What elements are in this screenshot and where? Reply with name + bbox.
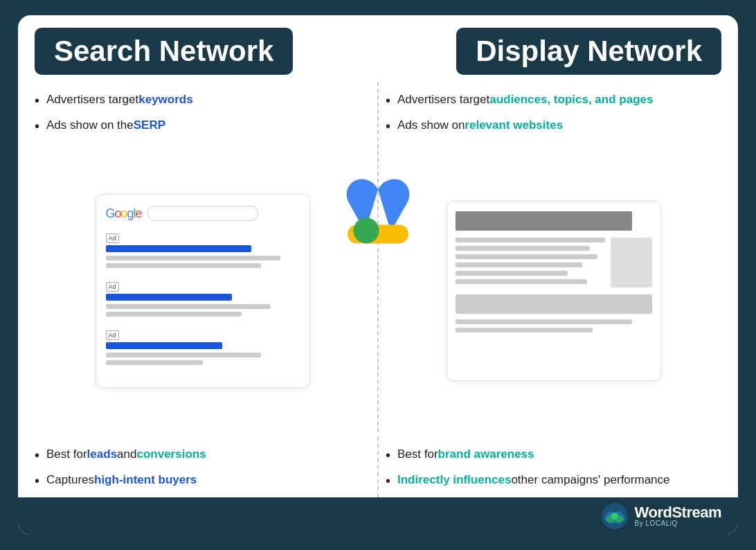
main-card: Search Network Display Network Advertise… (18, 15, 738, 535)
ad-result-3: Ad (106, 328, 300, 365)
wordstream-logo: WordStream By LOCALiQ (602, 503, 721, 529)
display-top-bullets: Advertisers target audiences, topics, an… (386, 91, 721, 143)
search-mockup-area: Google Ad Ad (35, 150, 370, 432)
indirectly-highlight: Indirectly influences (397, 472, 511, 488)
ad-line-1b (106, 263, 261, 268)
google-ads-logo-wrap (340, 173, 416, 252)
ad-line-1a (106, 256, 280, 260)
google-search-mockup: Google Ad Ad (96, 194, 310, 388)
keyword-highlight: keywords (138, 91, 192, 108)
display-column: Advertisers target audiences, topics, an… (377, 82, 721, 432)
content-area: Advertisers target keywords Ads show on … (18, 75, 738, 432)
ad-label-3: Ad (106, 330, 119, 340)
ad-result-1: Ad (106, 231, 300, 268)
conversions-highlight: conversions (136, 446, 206, 463)
disp-line-5 (456, 271, 568, 276)
disp-line-4 (456, 263, 583, 267)
wordstream-text-group: WordStream By LOCALiQ (635, 505, 721, 527)
google-bar: Google (106, 206, 300, 221)
display-network-title: Display Network (476, 35, 702, 67)
search-network-title: Search Network (54, 35, 273, 67)
bottom-area: Best for leads and conversions Captures … (18, 432, 738, 497)
display-bottom-bullet-1: Best for brand awareness (386, 446, 721, 465)
search-bullet-2: Ads show on the SERP (35, 117, 370, 136)
websites-highlight: relevant websites (465, 117, 563, 134)
footer: WordStream By LOCALiQ (18, 497, 738, 535)
search-column: Advertisers target keywords Ads show on … (35, 82, 377, 432)
display-ad-mockup (447, 201, 661, 381)
svg-point-3 (611, 513, 618, 520)
ad-line-3b (106, 360, 203, 365)
disp-line-2 (456, 246, 590, 251)
ad-label-2: Ad (106, 282, 119, 292)
display-network-header: Display Network (456, 28, 721, 75)
search-top-bullets: Advertisers target keywords Ads show on … (35, 91, 370, 143)
display-body (456, 238, 652, 287)
ad-line-2b (106, 312, 242, 317)
disp-bottom-line-2 (456, 328, 593, 332)
display-banner-ad (456, 294, 652, 314)
display-bottom-bullet-2: Indirectly influences other campaigns' p… (386, 472, 721, 490)
ad-line-3a (106, 353, 261, 357)
search-bottom-bullets: Best for leads and conversions Captures … (35, 446, 370, 490)
wordstream-sub: By LOCALiQ (635, 520, 721, 527)
search-bottom: Best for leads and conversions Captures … (35, 436, 377, 497)
search-bottom-bullet-2: Captures high-intent buyers (35, 472, 370, 490)
ad-label-1: Ad (106, 233, 119, 243)
display-bullet-2: Ads show on relevant websites (386, 117, 721, 136)
google-search-bar (147, 206, 258, 221)
ad-line-2a (106, 304, 271, 309)
display-image-placeholder (611, 238, 652, 287)
brand-awareness-highlight: brand awareness (438, 446, 534, 463)
display-text-lines (456, 238, 605, 287)
disp-bottom-line-1 (456, 319, 633, 324)
ad-result-2: Ad (106, 279, 300, 317)
display-bullet-1: Advertisers target audiences, topics, an… (386, 91, 721, 110)
disp-line-3 (456, 254, 597, 259)
ad-title-bar-2 (106, 294, 232, 301)
audiences-highlight: audiences, topics, and pages (489, 91, 653, 108)
ad-title-bar-1 (106, 245, 251, 252)
wordstream-brand: WordStream (635, 505, 721, 520)
display-top-lines (456, 211, 652, 231)
svg-point-1 (353, 218, 379, 243)
search-bullet-1: Advertisers target keywords (35, 91, 370, 110)
high-intent-highlight: high-intent buyers (94, 472, 197, 488)
leads-highlight: leads (87, 446, 117, 463)
wordstream-icon (602, 503, 628, 529)
display-header-bar-main (456, 211, 633, 231)
google-logo: Google (106, 206, 142, 221)
headers-row: Search Network Display Network (18, 15, 738, 75)
google-ads-icon (340, 173, 416, 249)
serp-highlight: SERP (134, 117, 165, 134)
search-bottom-bullet-1: Best for leads and conversions (35, 446, 370, 465)
search-network-header: Search Network (35, 28, 293, 75)
display-mockup-area (386, 150, 721, 432)
ad-title-bar-3 (106, 342, 222, 349)
disp-line-6 (456, 279, 587, 284)
display-bottom: Best for brand awareness Indirectly infl… (377, 436, 721, 497)
display-bottom-bullets: Best for brand awareness Indirectly infl… (386, 446, 721, 490)
disp-line-1 (456, 238, 605, 242)
